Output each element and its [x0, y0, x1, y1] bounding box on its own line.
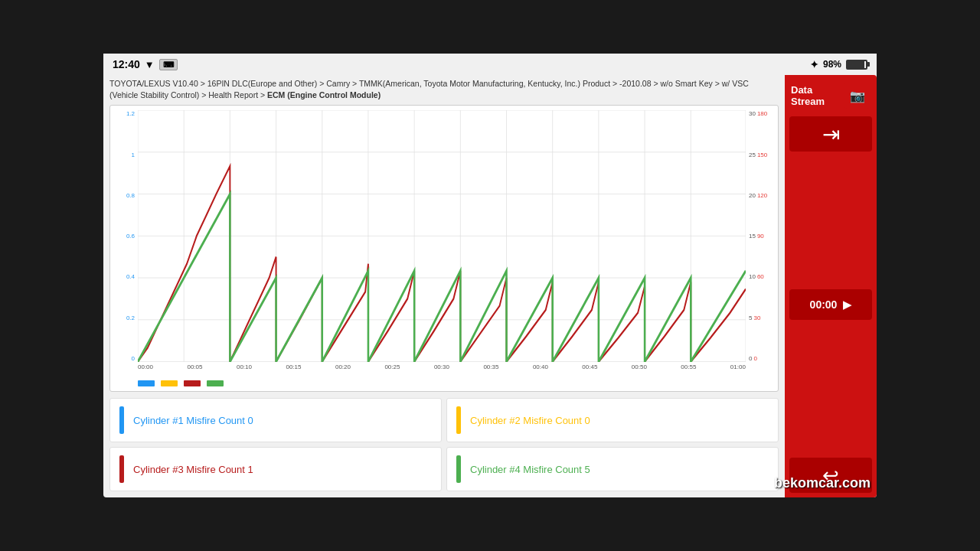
play-icon: ▶	[843, 298, 851, 311]
battery-percent: 98%	[823, 59, 841, 70]
breadcrumb: TOYOTA/LEXUS V10.40 > 16PIN DLC(Europe a…	[109, 78, 779, 100]
breadcrumb-bold: ECM (Engine Control Module)	[267, 90, 381, 99]
card-cyl4: Cylinder #4 Misfire Count 5	[446, 447, 779, 491]
legend-cyl4	[207, 380, 224, 386]
camera-icon: 📷	[850, 89, 865, 103]
exit-icon: ⇥	[822, 122, 840, 147]
card-cyl2: Cylinder #2 Misfire Count 0	[446, 398, 779, 442]
data-cards: Cylinder #1 Misfire Count 0 Cylinder #2 …	[109, 398, 779, 491]
timer-display: 00:00	[810, 298, 838, 311]
data-stream-header: Data Stream 📷	[789, 80, 872, 112]
wifi-icon: ▼	[145, 59, 155, 70]
chart-container: 1.2 1 0.8 0.6 0.4 0.2 0	[109, 105, 779, 392]
exit-button[interactable]: ⇥	[789, 116, 872, 152]
main-content: TOYOTA/LEXUS V10.40 > 16PIN DLC(Europe a…	[103, 75, 877, 497]
status-right: ✦ 98%	[810, 59, 867, 70]
card-color-cyl4	[456, 455, 461, 483]
chart-svg	[138, 110, 746, 362]
legend-cyl2	[161, 380, 178, 386]
bluetooth-icon: ✦	[810, 59, 818, 70]
card-cyl3: Cylinder #3 Misfire Count 1	[109, 447, 442, 491]
card-color-cyl2	[456, 406, 461, 434]
card-cyl1: Cylinder #1 Misfire Count 0	[109, 398, 442, 442]
left-panel: TOYOTA/LEXUS V10.40 > 16PIN DLC(Europe a…	[103, 75, 785, 497]
card-color-cyl3	[119, 455, 124, 483]
x-axis: 00:00 00:05 00:10 00:15 00:20 00:25 00:3…	[138, 362, 746, 376]
legend-cyl1	[138, 380, 155, 386]
breadcrumb-text: TOYOTA/LEXUS V10.40 > 16PIN DLC(Europe a…	[109, 79, 749, 99]
keyboard-icon: ⌨	[159, 59, 178, 70]
back-icon: ↩	[822, 464, 839, 487]
status-left: 12:40 ▼ ⌨	[113, 58, 178, 70]
chart-plot: 00:00 00:05 00:10 00:15 00:20 00:25 00:3…	[138, 110, 746, 376]
back-button[interactable]: ↩	[789, 458, 872, 493]
time-display: 12:40	[113, 58, 140, 70]
screen: 12:40 ▼ ⌨ ✦ 98% TOYOTA/LEXUS V10.40 > 16…	[103, 54, 877, 497]
y-axis-right: 30180 25150 20120 1590 1060 530 00	[746, 110, 773, 376]
battery-icon	[846, 60, 867, 70]
chart-inner: 1.2 1 0.8 0.6 0.4 0.2 0	[115, 110, 773, 376]
chart-legend	[115, 376, 773, 386]
card-text-cyl2: Cylinder #2 Misfire Count 0	[470, 415, 590, 426]
timer-button[interactable]: 00:00 ▶	[789, 289, 872, 320]
data-stream-title: Data Stream	[791, 84, 844, 107]
card-color-cyl1	[119, 406, 124, 434]
camera-button[interactable]: 📷	[844, 83, 871, 109]
status-bar: 12:40 ▼ ⌨ ✦ 98%	[103, 54, 877, 75]
right-panel: Data Stream 📷 ⇥ 00:00 ▶ ↩	[785, 75, 877, 497]
card-text-cyl3: Cylinder #3 Misfire Count 1	[133, 464, 253, 475]
card-text-cyl1: Cylinder #1 Misfire Count 0	[133, 415, 253, 426]
legend-cyl3	[184, 380, 201, 386]
y-axis-left: 1.2 1 0.8 0.6 0.4 0.2 0	[115, 110, 138, 376]
card-text-cyl4: Cylinder #4 Misfire Count 5	[470, 464, 590, 475]
